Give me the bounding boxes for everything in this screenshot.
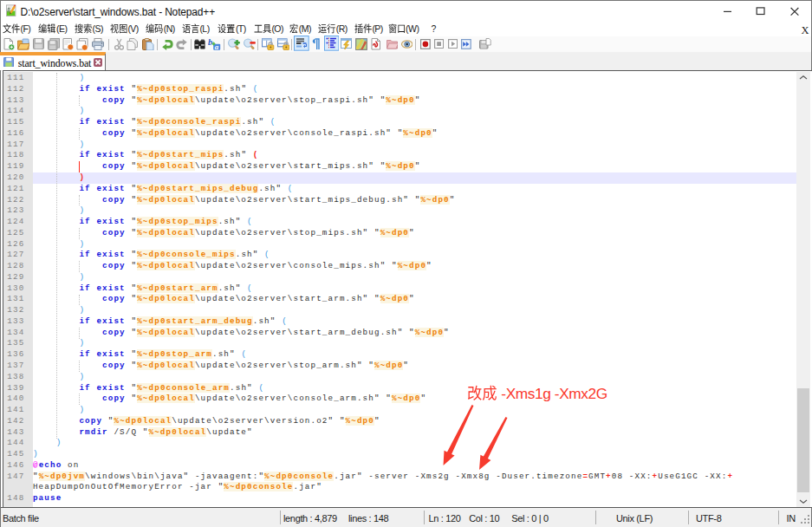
svg-text:b: b (208, 38, 212, 47)
svg-text:a: a (215, 42, 219, 50)
